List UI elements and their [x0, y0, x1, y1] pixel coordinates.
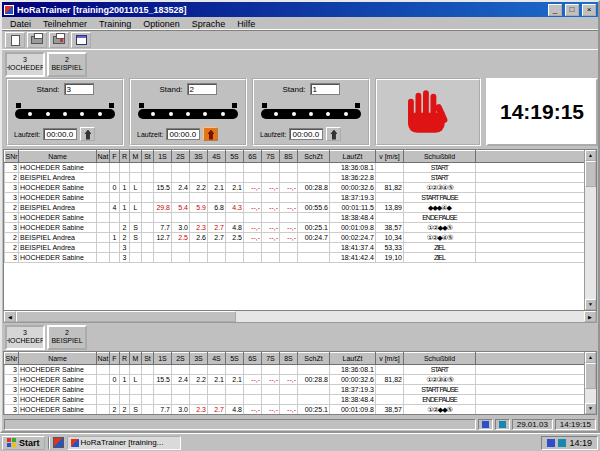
column-header-6s: 6S [244, 151, 262, 163]
titlebar[interactable]: HoRaTrainer [training20011015_183528] _ … [2, 2, 598, 17]
scrollbar-track[interactable] [236, 311, 584, 322]
print-button[interactable] [27, 32, 47, 48]
table-row[interactable]: 3HOCHEDER Sabine01L15.52.42.22.12.1--,--… [5, 183, 588, 193]
shooter-button-beispiel[interactable]: 2BEISPIEL [47, 325, 87, 350]
menu-hilfe[interactable]: Hilfe [231, 19, 261, 29]
shooter-button-beispiel[interactable]: 2BEISPIEL [47, 52, 87, 77]
scroll-up-button[interactable]: ▲ [585, 352, 596, 363]
cell-schzt [298, 253, 330, 263]
cell-8s [280, 213, 298, 223]
cell-schzt [298, 213, 330, 223]
maximize-button[interactable]: □ [565, 4, 579, 16]
cell-1s [154, 385, 172, 395]
table-row[interactable]: 3HOCHEDER Sabine18:37:19.3START PAUSE [5, 193, 588, 203]
scroll-down-button[interactable]: ▼ [585, 403, 596, 414]
minimize-button[interactable]: _ [548, 4, 562, 16]
stand-action-button[interactable] [80, 127, 95, 141]
table-row[interactable]: 3HOCHEDER Sabine18:37:19.3START PAUSE [5, 385, 588, 395]
scroll-up-button[interactable]: ▲ [585, 150, 596, 161]
scroll-down-button[interactable]: ▼ [585, 299, 596, 310]
shooter-figure-icon [207, 130, 214, 140]
print-report-button[interactable] [49, 32, 69, 48]
stop-hand-panel[interactable] [375, 78, 481, 146]
cell-schzt: 00:25.1 [298, 223, 330, 233]
table-row[interactable]: 3HOCHEDER Sabine18:38:48.4ENDE PAUSE [5, 213, 588, 223]
cell-6s: --,- [244, 405, 262, 415]
menu-datei[interactable]: Datei [4, 19, 37, 29]
menu-training[interactable]: Training [93, 19, 137, 29]
table-row[interactable]: 3HOCHEDER Sabine2S7.73.02.32.74.8--,---,… [5, 223, 588, 233]
table-row[interactable]: 3HOCHEDER Sabine01L15.52.42.22.12.1--,--… [5, 375, 588, 385]
cell-laufzt: 18:37:19.3 [330, 193, 376, 203]
cell-2s [172, 193, 190, 203]
stand-number-field[interactable]: 1 [310, 83, 340, 95]
column-header-4s: 4S [208, 151, 226, 163]
laufzeit-label: Laufzeit: [137, 131, 163, 138]
scrollbar-track[interactable] [585, 389, 596, 403]
start-button[interactable]: Start [2, 436, 45, 450]
taskbar-app-button[interactable]: HoRaTrainer [training... [67, 436, 181, 450]
cell-schubild: START [404, 173, 476, 183]
tray-icon[interactable] [547, 439, 555, 447]
scrollbar-thumb[interactable] [16, 311, 236, 322]
table-row[interactable]: 3HOCHEDER Sabine318:41:42.419,10ZIEL [5, 253, 588, 263]
scroll-left-button[interactable]: ◀ [4, 311, 16, 322]
laufzeit-field[interactable]: 00:00.0 [43, 128, 77, 140]
cell-st [142, 233, 154, 243]
cell-f [110, 223, 120, 233]
laufzeit-field[interactable]: 00:00.0 [166, 128, 200, 140]
cell-7s: --,- [262, 375, 280, 385]
horizontal-scrollbar[interactable]: ◀ ▶ [3, 311, 597, 323]
vertical-scrollbar[interactable]: ▲ ▼ [584, 352, 596, 414]
cell-st [142, 253, 154, 263]
column-header-1s: 1S [154, 353, 172, 365]
cell-r: 1 [120, 203, 130, 213]
table-row[interactable]: 2BEISPIEL Andrea318:41:37.453,33ZIEL [5, 243, 588, 253]
stand-number-field[interactable]: 3 [64, 83, 94, 95]
table-row[interactable]: 3HOCHEDER Sabine18:36:08.1START [5, 365, 588, 375]
cell-schubild: ①②③④⑤ [404, 183, 476, 193]
scrollbar-thumb[interactable] [585, 363, 596, 389]
cell-2s: 5.4 [172, 203, 190, 213]
cell-2s [172, 365, 190, 375]
cell-r: 1 [120, 375, 130, 385]
table-row[interactable]: 3HOCHEDER Sabine18:36:08.1START [5, 163, 588, 173]
cell-1s [154, 173, 172, 183]
table-row[interactable]: 2BEISPIEL Andrea41L29.85.45.96.84.3--,--… [5, 203, 588, 213]
cell-schubild: ①②◆◆⑤ [404, 223, 476, 233]
stand-number-field[interactable]: 2 [187, 83, 217, 95]
cell-8s [280, 173, 298, 183]
stand-action-button[interactable] [326, 127, 341, 141]
tray-icon[interactable] [558, 439, 566, 447]
scrollbar-track[interactable] [585, 187, 596, 299]
cell-m: L [130, 203, 142, 213]
print-icon [31, 36, 43, 44]
horatrainer-icon [71, 439, 79, 447]
menu-teilnehmer[interactable]: Teilnehmer [37, 19, 93, 29]
cell-m [130, 253, 142, 263]
vertical-scrollbar[interactable]: ▲ ▼ [584, 150, 596, 310]
close-button[interactable]: × [582, 4, 596, 16]
scrollbar-thumb[interactable] [585, 161, 596, 187]
cell-5s: 2.1 [226, 183, 244, 193]
column-header-7s: 7S [262, 151, 280, 163]
scroll-right-button[interactable]: ▶ [584, 311, 596, 322]
table-row[interactable]: 2BEISPIEL Andrea12S12.72.52.62.72.5--,--… [5, 233, 588, 243]
table-export-button[interactable] [71, 32, 91, 48]
new-document-button[interactable] [5, 32, 25, 48]
column-header-2s: 2S [172, 353, 190, 365]
menu-sprache[interactable]: Sprache [186, 19, 232, 29]
menu-optionen[interactable]: Optionen [137, 19, 186, 29]
cell-name: HOCHEDER Sabine [19, 405, 97, 415]
column-header-schzt: SchZt [298, 353, 330, 365]
shooter-button-hocheder[interactable]: 3HOCHEDER [5, 52, 45, 77]
quicklaunch-horatrainer-icon[interactable] [53, 437, 64, 448]
laufzeit-field[interactable]: 00:00.0 [289, 128, 323, 140]
cell-3s [190, 385, 208, 395]
cell-nat [97, 203, 110, 213]
table-row[interactable]: 2BEISPIEL Andrea18:36:22.8START [5, 173, 588, 183]
table-row[interactable]: 3HOCHEDER Sabine22S7.73.02.32.74.8--,---… [5, 405, 588, 415]
stand-action-button[interactable] [203, 127, 218, 141]
shooter-button-hocheder[interactable]: 3HOCHEDER [5, 325, 45, 350]
table-row[interactable]: 3HOCHEDER Sabine18:38:48.4ENDE PAUSE [5, 395, 588, 405]
